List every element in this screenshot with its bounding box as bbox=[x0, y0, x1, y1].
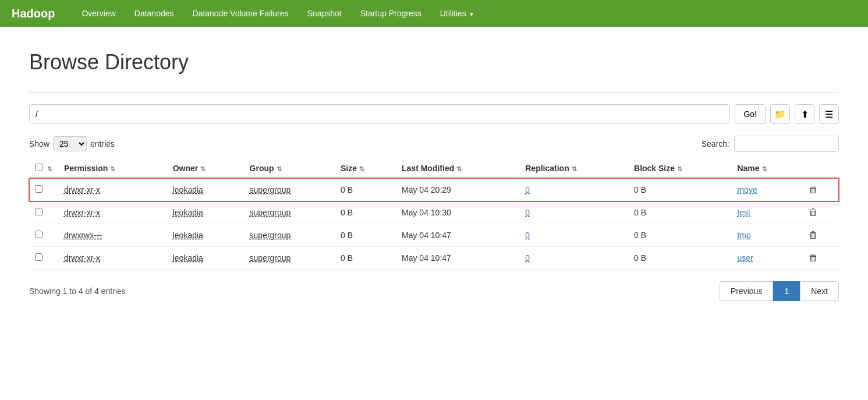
row-name-link[interactable]: test bbox=[737, 208, 750, 217]
row-block-size: 0 B bbox=[628, 224, 731, 247]
row-name: user bbox=[731, 247, 803, 270]
go-button[interactable]: Go! bbox=[735, 104, 766, 124]
search-input[interactable] bbox=[734, 136, 839, 152]
row-group: supergroup bbox=[244, 178, 335, 201]
navbar-brand[interactable]: Hadoop bbox=[12, 7, 55, 20]
entries-select[interactable]: 10 25 50 100 bbox=[53, 136, 87, 151]
divider bbox=[29, 92, 839, 93]
nav-datanode-volume-failures[interactable]: Datanode Volume Failures bbox=[183, 1, 298, 26]
th-block-size[interactable]: Block Size⇅ bbox=[628, 159, 731, 178]
row-replication-link[interactable]: 0 bbox=[525, 231, 530, 240]
row-permission: drwxrwx--- bbox=[58, 224, 167, 247]
row-checkbox-1[interactable] bbox=[35, 208, 42, 215]
row-checkbox-cell bbox=[29, 201, 58, 224]
row-delete-cell: 🗑 bbox=[803, 201, 839, 224]
row-delete-cell: 🗑 bbox=[803, 178, 839, 201]
row-replication-link[interactable]: 0 bbox=[525, 185, 530, 194]
row-group: supergroup bbox=[244, 247, 335, 270]
next-button[interactable]: Next bbox=[800, 281, 839, 301]
th-permission[interactable]: Permission⇅ bbox=[58, 159, 167, 178]
row-name-link[interactable]: user bbox=[737, 253, 753, 263]
sort-icon-header[interactable]: ⇅ bbox=[47, 165, 52, 172]
row-size: 0 B bbox=[335, 201, 396, 224]
row-owner: leokadia bbox=[167, 201, 244, 224]
row-checkbox-2[interactable] bbox=[35, 231, 42, 238]
folder-icon-button[interactable]: 📁 bbox=[770, 104, 790, 124]
upload-icon: ⬆ bbox=[801, 109, 809, 120]
nav-overview[interactable]: Overview bbox=[72, 1, 125, 26]
row-block-size: 0 B bbox=[628, 201, 731, 224]
data-table: ⇅ Permission⇅ Owner⇅ Group⇅ Size⇅ Last M… bbox=[29, 159, 839, 270]
row-delete-cell: 🗑 bbox=[803, 247, 839, 270]
th-group[interactable]: Group⇅ bbox=[244, 159, 335, 178]
row-replication-link[interactable]: 0 bbox=[525, 208, 530, 217]
sort-blocksize-icon: ⇅ bbox=[677, 165, 682, 172]
table-row: drwxrwx--- leokadia supergroup 0 B May 0… bbox=[29, 224, 839, 247]
row-replication: 0 bbox=[519, 247, 628, 270]
delete-icon[interactable]: 🗑 bbox=[809, 230, 818, 240]
row-delete-cell: 🗑 bbox=[803, 224, 839, 247]
row-permission: drwxr-xr-x bbox=[58, 201, 167, 224]
select-all-checkbox[interactable] bbox=[35, 164, 42, 171]
row-checkbox-cell bbox=[29, 247, 58, 270]
row-group: supergroup bbox=[244, 224, 335, 247]
row-name: test bbox=[731, 201, 803, 224]
page-title: Browse Directory bbox=[29, 50, 839, 75]
entries-label: entries bbox=[90, 139, 115, 148]
row-name-link[interactable]: move bbox=[737, 185, 757, 194]
list-icon: ☰ bbox=[825, 109, 833, 120]
table-row: drwxr-xr-x leokadia supergroup 0 B May 0… bbox=[29, 201, 839, 224]
table-controls: Show 10 25 50 100 entries Search: bbox=[29, 136, 839, 152]
row-name: tmp bbox=[731, 224, 803, 247]
row-block-size: 0 B bbox=[628, 247, 731, 270]
row-block-size: 0 B bbox=[628, 178, 731, 201]
delete-icon[interactable]: 🗑 bbox=[809, 207, 818, 217]
row-replication: 0 bbox=[519, 224, 628, 247]
table-body: drwxr-xr-x leokadia supergroup 0 B May 0… bbox=[29, 178, 839, 270]
row-checkbox-3[interactable] bbox=[35, 253, 42, 261]
select-all-header: ⇅ bbox=[29, 159, 58, 178]
row-checkbox-cell bbox=[29, 178, 58, 201]
list-icon-button[interactable]: ☰ bbox=[819, 104, 839, 124]
sort-owner-icon: ⇅ bbox=[200, 165, 206, 172]
row-size: 0 B bbox=[335, 224, 396, 247]
nav-snapshot[interactable]: Snapshot bbox=[298, 1, 351, 26]
nav-startup-progress[interactable]: Startup Progress bbox=[351, 1, 431, 26]
th-actions bbox=[803, 159, 839, 178]
row-name-link[interactable]: tmp bbox=[737, 231, 750, 240]
row-last-modified: May 04 20:29 bbox=[396, 178, 519, 201]
row-replication-link[interactable]: 0 bbox=[525, 253, 530, 263]
page-1-button[interactable]: 1 bbox=[773, 281, 800, 301]
th-last-modified[interactable]: Last Modified⇅ bbox=[396, 159, 519, 178]
row-permission: drwxr-xr-x bbox=[58, 247, 167, 270]
row-checkbox-cell bbox=[29, 224, 58, 247]
navbar: Hadoop Overview Datanodes Datanode Volum… bbox=[0, 0, 868, 27]
sort-size-icon: ⇅ bbox=[359, 165, 364, 172]
sort-lastmod-icon: ⇅ bbox=[456, 165, 462, 172]
th-owner[interactable]: Owner⇅ bbox=[167, 159, 244, 178]
delete-icon[interactable]: 🗑 bbox=[809, 185, 818, 194]
table-row: drwxr-xr-x leokadia supergroup 0 B May 0… bbox=[29, 247, 839, 270]
th-replication[interactable]: Replication⇅ bbox=[519, 159, 628, 178]
pagination-info: Showing 1 to 4 of 4 entries bbox=[29, 286, 126, 296]
row-permission: drwxr-xr-x bbox=[58, 178, 167, 201]
th-name[interactable]: Name⇅ bbox=[731, 159, 803, 178]
folder-icon: 📁 bbox=[774, 109, 786, 120]
row-replication: 0 bbox=[519, 201, 628, 224]
nav-utilities[interactable]: Utilities▼ bbox=[431, 1, 484, 26]
upload-icon-button[interactable]: ⬆ bbox=[795, 104, 814, 124]
row-last-modified: May 04 10:30 bbox=[396, 201, 519, 224]
th-size[interactable]: Size⇅ bbox=[335, 159, 396, 178]
utilities-dropdown-arrow: ▼ bbox=[469, 11, 474, 17]
row-replication: 0 bbox=[519, 178, 628, 201]
nav-datanodes[interactable]: Datanodes bbox=[125, 1, 183, 26]
path-input[interactable] bbox=[29, 104, 730, 124]
navbar-links: Overview Datanodes Datanode Volume Failu… bbox=[72, 1, 483, 26]
previous-button[interactable]: Previous bbox=[720, 281, 773, 301]
row-last-modified: May 04 10:47 bbox=[396, 247, 519, 270]
show-label: Show bbox=[29, 139, 49, 148]
row-size: 0 B bbox=[335, 178, 396, 201]
row-checkbox-0[interactable] bbox=[35, 185, 42, 193]
table-row: drwxr-xr-x leokadia supergroup 0 B May 0… bbox=[29, 178, 839, 201]
delete-icon[interactable]: 🗑 bbox=[809, 253, 818, 263]
